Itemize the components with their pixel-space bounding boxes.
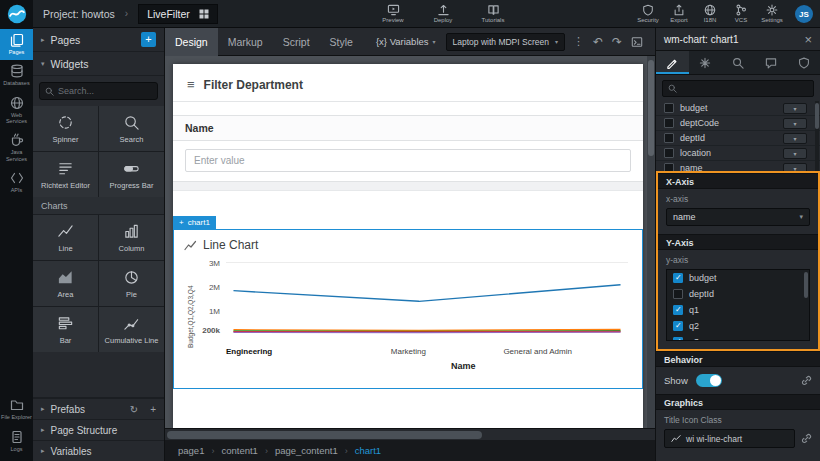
breadcrumb-page1[interactable]: page1 — [178, 445, 204, 456]
widget-tile-column[interactable]: Column — [99, 215, 164, 260]
checkbox[interactable] — [664, 103, 674, 113]
checkbox[interactable] — [673, 321, 683, 331]
field-row-deptid[interactable]: deptId ▾ — [656, 131, 820, 146]
bind-property-button[interactable] — [801, 433, 812, 444]
checkbox[interactable] — [664, 163, 674, 171]
vcs-button[interactable]: VCS — [729, 4, 753, 23]
y-axis-option-deptid[interactable]: deptId — [667, 286, 809, 302]
widget-tile-cumulative-line[interactable]: Cumulative Line — [99, 307, 164, 352]
export-button[interactable]: Export — [667, 4, 691, 23]
field-row-name[interactable]: name ▾ — [656, 161, 820, 171]
variables-section-row[interactable]: ▸ Variables — [33, 440, 164, 461]
widget-tile-spinner[interactable]: Spinner — [33, 106, 98, 151]
name-field-input[interactable] — [185, 149, 631, 172]
chart-widget[interactable]: Line Chart Budget,Q1,Q2,Q3,Q4 3M 2M 1M 2… — [173, 229, 643, 389]
widget-search-input[interactable] — [58, 86, 152, 96]
y-axis-option-q2[interactable]: q2 — [667, 318, 809, 334]
deploy-button[interactable]: Deploy — [431, 4, 455, 23]
y-axis-option-q3[interactable]: q3 — [667, 334, 809, 341]
pages-section-row[interactable]: ▸ Pages + — [33, 28, 164, 52]
breadcrumb-page-content1[interactable]: page_content1 — [275, 445, 338, 456]
widget-tile-area[interactable]: Area — [33, 261, 98, 306]
checkbox[interactable] — [673, 305, 683, 315]
close-icon[interactable]: × — [804, 33, 812, 46]
property-search-input[interactable] — [681, 84, 808, 94]
tab-style[interactable] — [689, 51, 722, 74]
breadcrumb-content1[interactable]: content1 — [221, 445, 257, 456]
device-select[interactable]: Laptop with MDPI Screen ▾ — [446, 33, 565, 51]
tab-style[interactable]: Style — [320, 28, 363, 56]
preview-button[interactable]: Preview — [381, 4, 405, 23]
run-icon[interactable] — [631, 36, 643, 48]
scrollbar-thumb[interactable] — [648, 60, 654, 156]
security-button[interactable]: Security — [636, 4, 660, 23]
tab-search[interactable] — [722, 51, 755, 74]
page-tab-livefilter[interactable]: LiveFilter — [138, 4, 218, 24]
bind-property-button[interactable] — [801, 375, 812, 386]
y-axis-option-budget[interactable]: budget — [667, 270, 809, 286]
i18n-button[interactable]: I18N — [698, 4, 722, 23]
y-axis-scrollbar[interactable] — [804, 270, 808, 340]
widget-tile-progress-bar[interactable]: Progress Bar — [99, 152, 164, 197]
settings-button[interactable]: Settings — [760, 4, 784, 23]
rail-item-databases[interactable]: Databases — [0, 60, 33, 91]
refresh-icon[interactable]: ↻ — [130, 404, 138, 415]
tutorials-button[interactable]: Tutorials — [481, 4, 505, 23]
rail-item-java-services[interactable]: Java Services — [0, 129, 33, 167]
field-dropdown[interactable]: ▾ — [783, 163, 807, 172]
prefabs-section-row[interactable]: ▸ Prefabs ↻ + — [33, 398, 164, 419]
rail-item-logs[interactable]: Logs — [0, 426, 33, 457]
x-axis-select[interactable]: name ▾ — [666, 208, 810, 226]
rail-item-pages[interactable]: Pages — [0, 29, 33, 60]
title-icon-class-input[interactable]: wi wi-line-chart — [664, 429, 795, 448]
tab-markup[interactable]: Markup — [218, 28, 273, 56]
widget-tile-bar[interactable]: Bar — [33, 307, 98, 352]
scrollbar-thumb[interactable] — [815, 103, 819, 129]
app-logo[interactable] — [6, 3, 28, 25]
field-row-budget[interactable]: budget ▾ — [656, 101, 820, 116]
widgets-section-row[interactable]: ▾ Widgets — [33, 52, 164, 76]
field-dropdown[interactable]: ▾ — [783, 118, 807, 129]
tab-events[interactable] — [754, 51, 787, 74]
field-dropdown[interactable]: ▾ — [783, 133, 807, 144]
widget-tile-search[interactable]: Search — [99, 106, 164, 151]
y-axis-option-q1[interactable]: q1 — [667, 302, 809, 318]
widget-tile-richtext-editor[interactable]: Richtext Editor — [33, 152, 98, 197]
fields-scrollbar[interactable] — [815, 101, 819, 171]
checkbox[interactable] — [664, 118, 674, 128]
checkbox[interactable] — [664, 133, 674, 143]
scrollbar-thumb[interactable] — [167, 431, 482, 439]
add-page-button[interactable]: + — [141, 32, 156, 47]
canvas-vertical-scrollbar[interactable] — [647, 56, 655, 428]
page-structure-section-row[interactable]: ▸ Page Structure — [33, 419, 164, 440]
breadcrumb-chart1[interactable]: chart1 — [355, 445, 381, 456]
checkbox[interactable] — [673, 337, 683, 341]
field-row-deptcode[interactable]: deptCode ▾ — [656, 116, 820, 131]
tab-design[interactable]: Design — [165, 28, 218, 56]
canvas-horizontal-scrollbar[interactable] — [165, 428, 655, 440]
checkbox[interactable] — [673, 289, 683, 299]
field-dropdown[interactable]: ▾ — [783, 103, 807, 114]
show-toggle[interactable] — [696, 374, 722, 387]
redo-icon[interactable]: ↷ — [612, 36, 622, 48]
add-prefab-icon[interactable]: + — [150, 404, 156, 415]
rail-item-web-services[interactable]: Web Services — [0, 92, 33, 130]
rail-item-file-explorer[interactable]: File Explorer — [0, 394, 33, 425]
tab-script[interactable]: Script — [273, 28, 320, 56]
variables-dropdown[interactable]: {x} Variables ▾ — [376, 36, 436, 47]
field-row-location[interactable]: location ▾ — [656, 146, 820, 161]
tab-properties[interactable] — [656, 51, 689, 74]
undo-icon[interactable]: ↶ — [593, 36, 603, 48]
user-avatar[interactable]: JS — [795, 5, 813, 23]
rail-item-apis[interactable]: APIs — [0, 167, 33, 198]
selection-tag[interactable]: + chart1 — [173, 216, 216, 229]
more-options-icon[interactable]: ⋮ — [573, 35, 584, 48]
checkbox[interactable] — [673, 273, 683, 283]
widget-tile-line[interactable]: Line — [33, 215, 98, 260]
grid-icon[interactable] — [199, 9, 209, 19]
checkbox[interactable] — [664, 148, 674, 158]
widget-tile-pie[interactable]: Pie — [99, 261, 164, 306]
field-dropdown[interactable]: ▾ — [783, 148, 807, 159]
tab-security[interactable] — [787, 51, 820, 74]
scrollbar-thumb[interactable] — [804, 272, 808, 298]
